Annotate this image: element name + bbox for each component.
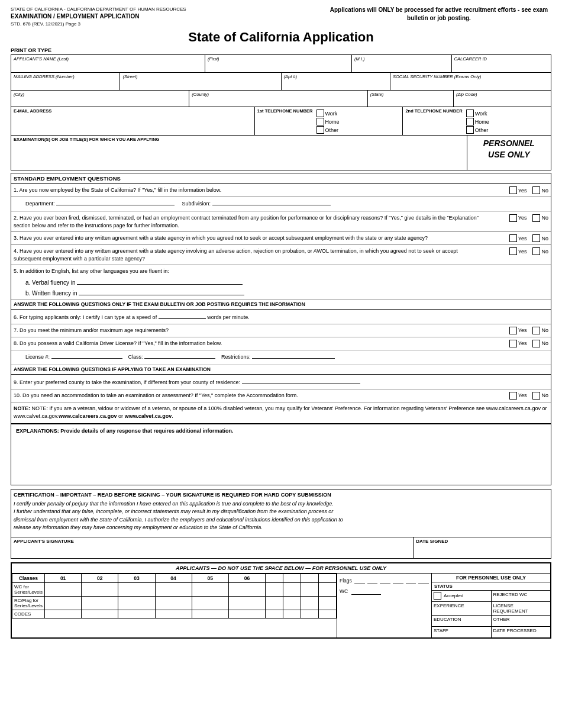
certification-text: I certify under penalty of perjury that …: [14, 500, 548, 532]
for-personnel-title: FOR PERSONNEL USE ONLY: [432, 574, 550, 582]
agency-label: STATE OF CALIFORNIA - CALIFORNIA DEPARTM…: [11, 6, 186, 12]
q8-license-label: License #:: [25, 354, 50, 360]
q9-county-field[interactable]: [242, 377, 360, 384]
q8-class-field[interactable]: [144, 352, 215, 359]
q4-no-checkbox[interactable]: [532, 247, 540, 255]
status-label: STATUS: [432, 582, 550, 591]
form-title: EXAMINATION / EMPLOYMENT APPLICATION: [11, 12, 186, 21]
wc-section: WC: [340, 585, 429, 597]
tel1-label: 1st TELEPHONE NUMBER: [257, 108, 313, 114]
q7-no-checkbox[interactable]: [532, 327, 540, 334]
q5a-field[interactable]: [77, 278, 243, 285]
wc-for-label: WC for Series/Levels: [12, 582, 45, 596]
standard-questions-header: STANDARD EMPLOYMENT QUESTIONS: [11, 173, 551, 184]
personnel-table-header: APPLICANTS — DO NOT USE THE SPACE BELOW …: [12, 563, 550, 574]
q3-yes-label: Yes: [518, 236, 527, 241]
q6-speed-field[interactable]: [159, 312, 206, 319]
tel1-work-label: Work: [325, 111, 338, 117]
codes-label: CODES: [12, 610, 45, 618]
q3-yes-checkbox[interactable]: [509, 234, 517, 242]
license-req-label: LICENSE REQUIREMENT: [492, 602, 551, 615]
mi-label: (M.I.): [354, 56, 448, 62]
q8-text: 8. Do you possess a valid California Dri…: [14, 340, 483, 347]
col-03-header: 03: [118, 574, 155, 582]
q2-no-checkbox[interactable]: [532, 214, 540, 222]
last-name-label: APPLICANT'S NAME (Last): [14, 56, 202, 62]
col-06-header: 06: [228, 574, 265, 582]
tel1-other-checkbox[interactable]: [316, 126, 324, 134]
q1-subdiv-label: Subdivision:: [182, 201, 211, 207]
q8-license-field[interactable]: [51, 352, 122, 359]
tel1-work-checkbox[interactable]: [316, 109, 324, 117]
q10-yes-checkbox[interactable]: [509, 392, 517, 400]
q6-text: 6. For typing applicants only: I certify…: [14, 312, 548, 321]
q10-no-label: No: [541, 392, 548, 398]
q7-yes-checkbox[interactable]: [509, 327, 517, 334]
mailing-address-label: MAILING ADDRESS (Number): [14, 74, 117, 79]
q10-yes-label: Yes: [518, 392, 527, 398]
print-or-type-label: PRINT OR TYPE: [11, 47, 551, 53]
street-label: (Street): [122, 74, 278, 79]
q4-yes-checkbox[interactable]: [509, 247, 517, 255]
q7-yes-label: Yes: [518, 327, 527, 333]
state-label: (State): [370, 92, 451, 97]
tel2-work-checkbox[interactable]: [466, 109, 474, 117]
tel1-home-checkbox[interactable]: [316, 118, 324, 125]
q8-no-checkbox[interactable]: [532, 340, 540, 347]
q4-text: 4. Have you ever entered into any writte…: [14, 247, 483, 262]
rejected-wc-label: REJECTED WC: [492, 591, 551, 601]
class-table: Classes 01 02 03 04 05 06: [12, 574, 337, 619]
q10-text: 10. Do you need an accommodation to take…: [14, 392, 483, 400]
col-01-header: 01: [45, 574, 82, 582]
calcareer-label: CALCAREER ID: [454, 56, 548, 62]
col-02-header: 02: [82, 574, 118, 582]
zip-label: (Zip Code): [456, 92, 548, 97]
q2-yes-label: Yes: [518, 215, 527, 221]
q5b-field[interactable]: [79, 288, 244, 295]
rc-flag-label: RC/Flag for Series/Levels: [12, 596, 45, 610]
tel2-home-label: Home: [475, 119, 489, 125]
q10-no-checkbox[interactable]: [532, 392, 540, 400]
accepted-label: Accepted: [444, 593, 463, 598]
q1-no-label: No: [541, 188, 548, 194]
flags-section: Flags: [340, 576, 429, 585]
tel2-home-checkbox[interactable]: [466, 118, 474, 125]
tel1-other-label: Other: [325, 127, 339, 133]
main-title: State of California Application: [11, 30, 551, 45]
q1-subdiv-field[interactable]: [212, 198, 331, 205]
exam-job-label: EXAMINATION(S) OR JOB TITLE(S) FOR WHICH…: [14, 137, 464, 142]
q8-restrictions-label: Restrictions:: [221, 354, 251, 360]
q8-restrictions-field[interactable]: [252, 352, 335, 359]
explanations-space[interactable]: [14, 436, 548, 483]
classes-col-header: Classes: [12, 574, 45, 582]
q9-text: 9. Enter your preferred county to take t…: [14, 377, 360, 386]
q1-yes-checkbox[interactable]: [509, 186, 517, 194]
q8-yes-checkbox[interactable]: [509, 340, 517, 347]
education-label: EDUCATION: [432, 616, 492, 626]
q2-yes-checkbox[interactable]: [509, 214, 517, 222]
q3-no-checkbox[interactable]: [532, 234, 540, 242]
q1-dept-label: Department:: [25, 201, 55, 207]
ssn-label: SOCIAL SECURITY NUMBER (Exams Only): [393, 74, 548, 79]
apt-label: (Apt #): [284, 74, 387, 79]
q1-no-checkbox[interactable]: [532, 186, 540, 194]
experience-label: EXPERIENCE: [432, 602, 492, 615]
q4-yes-label: Yes: [518, 249, 527, 255]
q2-text: 2. Have you ever been fired, dismissed, …: [14, 214, 483, 229]
tel2-work-label: Work: [475, 111, 487, 117]
other-label: OTHER: [492, 616, 551, 626]
q5a-label: a. Verbal fluency in: [25, 279, 76, 286]
col-04-header: 04: [155, 574, 192, 582]
accepted-checkbox[interactable]: [434, 592, 441, 600]
tel2-other-checkbox[interactable]: [466, 126, 474, 134]
q2-no-label: No: [541, 215, 548, 221]
tel1-home-label: Home: [325, 119, 340, 125]
q5b-label: b. Written fluency in: [25, 290, 77, 297]
exam-section-header: ANSWER THE FOLLOWING QUESTIONS IF APPLYI…: [11, 365, 551, 375]
email-label: E-MAIL ADDRESS: [14, 108, 252, 114]
q3-no-label: No: [541, 236, 548, 241]
tel2-other-label: Other: [475, 127, 489, 133]
signature-label: APPLICANT'S SIGNATURE: [14, 539, 74, 544]
q7-no-label: No: [541, 327, 548, 333]
q1-dept-field[interactable]: [56, 198, 175, 205]
